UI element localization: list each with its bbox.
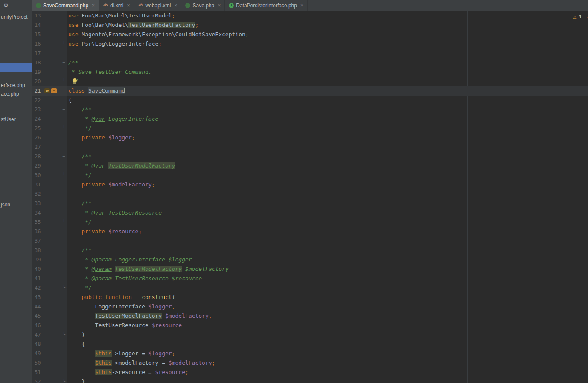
line-number: 42 <box>32 283 44 293</box>
code-line[interactable]: 19 * Save TestUser Command. <box>32 67 588 77</box>
line-gutter: 22 <box>32 96 67 105</box>
tab-SaveCommand.php[interactable]: SaveCommand.php× <box>32 0 99 11</box>
minimize-icon[interactable]: — <box>13 3 19 8</box>
code-text: * @param LoggerInterface $logger <box>67 255 192 264</box>
close-icon[interactable]: × <box>92 3 95 9</box>
code-line[interactable]: 21W≡class SaveCommand <box>32 86 588 96</box>
code-line[interactable]: 39 * @param LoggerInterface $logger <box>32 255 588 264</box>
intention-bulb-icon[interactable] <box>73 78 77 83</box>
code-line[interactable]: 38− /** <box>32 246 588 255</box>
code-line[interactable]: 20└ */ <box>32 77 588 86</box>
code-line[interactable]: 50 $this->modelFactory = $modelFactory; <box>32 358 588 368</box>
fold-end-icon[interactable]: └ <box>61 283 67 293</box>
fold-start-icon[interactable]: − <box>61 105 67 114</box>
fold-start-icon[interactable]: − <box>61 293 67 302</box>
code-line[interactable]: 40 * @param TestUserModelFactory $modelF… <box>32 264 588 274</box>
close-icon[interactable]: × <box>300 3 303 9</box>
line-gutter: 14 <box>32 20 67 30</box>
fold-start-icon[interactable]: − <box>61 246 67 255</box>
inspection-widget[interactable]: ⚠ 4 ⚠ <box>573 14 588 20</box>
tab-Save.php[interactable]: Save.php× <box>181 0 225 11</box>
line-number: 43 <box>32 293 44 302</box>
code-text: ) <box>67 330 85 339</box>
plugin-marker-icon[interactable]: ≡ <box>51 88 57 93</box>
code-line[interactable]: 43− public function __construct( <box>32 293 588 302</box>
project-panel[interactable]: unityProjecterface.phpace.phpstUserjson <box>0 11 32 383</box>
code-line[interactable]: 29 * @var TestUserModelFactory <box>32 161 588 171</box>
project-item[interactable]: unityProject <box>0 13 32 22</box>
code-line[interactable]: 24 * @var LoggerInterface <box>32 114 588 124</box>
fold-gap <box>61 161 67 171</box>
code-line[interactable]: 36 private $resource; <box>32 227 588 236</box>
code-line[interactable]: 26 private $logger; <box>32 133 588 142</box>
code-line[interactable]: 17 <box>32 49 588 58</box>
code-line[interactable]: 30└ */ <box>32 171 588 180</box>
project-item[interactable]: json <box>0 200 32 209</box>
fold-start-icon[interactable]: − <box>61 339 67 349</box>
code-line[interactable]: 45 TestUserModelFactory $modelFactory, <box>32 311 588 321</box>
close-icon[interactable]: × <box>218 3 221 9</box>
gutter-marks <box>44 39 61 49</box>
code-line[interactable]: 16└use Psr\Log\LoggerInterface; <box>32 39 588 49</box>
project-item-selected[interactable] <box>0 63 32 72</box>
code-line[interactable]: 52└ } <box>32 377 588 383</box>
xml-icon: </> <box>103 3 108 8</box>
code-line[interactable]: 46 TestUserResource $resource <box>32 321 588 330</box>
fold-start-icon[interactable]: − <box>61 58 67 67</box>
close-icon[interactable]: × <box>127 3 130 9</box>
project-item[interactable]: erface.php <box>0 81 32 90</box>
code-line[interactable]: 31 private $modelFactory; <box>32 180 588 189</box>
code-line[interactable]: 48− { <box>32 339 588 349</box>
code-line[interactable]: 49 $this->logger = $logger; <box>32 349 588 358</box>
code-line[interactable]: 22{ <box>32 96 588 105</box>
project-item[interactable]: stUser <box>0 115 32 124</box>
fold-end-icon[interactable]: └ <box>61 77 67 86</box>
fold-gap <box>61 20 67 30</box>
fold-end-icon[interactable]: └ <box>61 330 67 339</box>
fold-end-icon[interactable]: └ <box>61 171 67 180</box>
line-number: 33 <box>32 199 44 208</box>
fold-end-icon[interactable]: └ <box>61 377 67 383</box>
code-line[interactable]: 37 <box>32 236 588 246</box>
gutter-marks <box>44 208 61 218</box>
code-line[interactable]: 33− /** <box>32 199 588 208</box>
override-marker-icon[interactable]: W <box>44 88 50 93</box>
fold-end-icon[interactable]: └ <box>61 124 67 133</box>
code-line[interactable]: 44 LoggerInterface $logger, <box>32 302 588 311</box>
code-line[interactable]: 15use Magento\Framework\Exception\CouldN… <box>32 30 588 39</box>
line-number: 39 <box>32 255 44 264</box>
tab-webapi.xml[interactable]: </>webapi.xml× <box>134 0 181 11</box>
code-line[interactable]: 25└ */ <box>32 124 588 133</box>
fold-gap <box>61 189 67 199</box>
close-icon[interactable]: × <box>174 3 177 9</box>
code-line[interactable]: 32 <box>32 189 588 199</box>
code-line[interactable]: 51 $this->resource = $resource; <box>32 368 588 377</box>
fold-start-icon[interactable]: − <box>61 199 67 208</box>
project-item[interactable]: ace.php <box>0 90 32 99</box>
fold-gap <box>61 114 67 124</box>
code-line[interactable]: 35└ */ <box>32 218 588 227</box>
code-line[interactable]: 13use Foo\Bar\Model\TestUserModel; <box>32 11 588 20</box>
line-gutter: 18− <box>32 58 67 67</box>
tab-di.xml[interactable]: </>di.xml× <box>99 0 134 11</box>
code-line[interactable]: 42└ */ <box>32 283 588 293</box>
fold-end-icon[interactable]: └ <box>61 218 67 227</box>
tab-DataPersistorInterface.php[interactable]: IDataPersistorInterface.php× <box>225 0 308 11</box>
code-line[interactable]: 34 * @var TestUserResource <box>32 208 588 218</box>
fold-end-icon[interactable]: └ <box>61 39 67 49</box>
gear-icon[interactable]: ⚙ <box>3 3 9 8</box>
fold-gap <box>61 311 67 321</box>
code-text <box>67 49 68 58</box>
code-line[interactable]: 23− /** <box>32 105 588 114</box>
code-line[interactable]: 28− /** <box>32 152 588 161</box>
code-line[interactable]: 27 <box>32 142 588 152</box>
code-line[interactable]: 47└ ) <box>32 330 588 339</box>
code-text: private $modelFactory; <box>67 180 155 189</box>
code-editor[interactable]: 13use Foo\Bar\Model\TestUserModel;14use … <box>32 11 588 383</box>
code-line[interactable]: 14use Foo\Bar\Model\TestUserModelFactory… <box>32 20 588 30</box>
code-line[interactable]: 41 * @param TestUserResource $resource <box>32 274 588 283</box>
line-gutter: 43− <box>32 293 67 302</box>
fold-gap <box>61 180 67 189</box>
fold-start-icon[interactable]: − <box>61 152 67 161</box>
code-line[interactable]: 18−/** <box>32 58 588 67</box>
